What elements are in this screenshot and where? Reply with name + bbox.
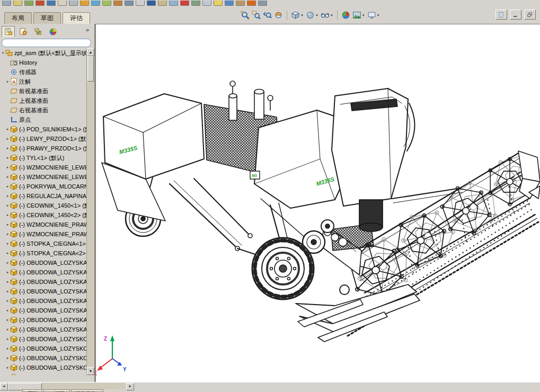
toolbar-icon-10[interactable] xyxy=(102,1,111,6)
doc-switch-button[interactable] xyxy=(495,10,507,20)
toolbar-icon-13[interactable] xyxy=(136,1,145,6)
view-settings-button[interactable]: ▼ xyxy=(366,10,381,21)
tree-item-16[interactable]: ▸(-) REGULACJA_NAPINACZA xyxy=(0,191,87,201)
zoom-fit-button[interactable] xyxy=(240,10,251,21)
tree-item-15[interactable]: ▸(-) POKRYWA_MLOCARNI<1> xyxy=(0,182,87,191)
tree-item-13[interactable]: ▸(-) WZMOCNIENIE_LEWE<1> xyxy=(0,163,87,172)
document-tab-2[interactable]: 3D视图 xyxy=(43,389,70,392)
panel-overflow-button[interactable]: » xyxy=(86,26,89,33)
tree-item-33[interactable]: ▸(-) OBUDOWA_LOZYSKO_FI_ xyxy=(0,353,87,363)
expander-icon[interactable]: ▸ xyxy=(5,184,10,189)
expander-icon[interactable]: ▸ xyxy=(5,213,10,217)
toolbar-icon-21[interactable] xyxy=(225,1,234,6)
commandmanager-tab-1[interactable]: 布局 xyxy=(4,12,32,24)
dropdown-caret-icon[interactable]: ▼ xyxy=(377,14,380,17)
toolbar-icon-12[interactable] xyxy=(125,1,134,6)
toolbar-icon-22[interactable] xyxy=(236,1,245,6)
expander-icon[interactable]: ▸ xyxy=(5,156,10,160)
minimize-button[interactable] xyxy=(510,10,521,20)
toolbar-icon-1[interactable] xyxy=(2,1,11,6)
displaymanager-tab[interactable] xyxy=(46,26,59,37)
scroll-left-icon[interactable]: ◄ xyxy=(0,383,8,390)
featuremanager-tab[interactable] xyxy=(2,26,15,37)
tree-horizontal-scrollbar[interactable]: ◄ ► xyxy=(0,383,134,389)
toolbar-icon-17[interactable] xyxy=(180,1,189,6)
toolbar-icon-16[interactable] xyxy=(169,1,178,6)
expander-icon[interactable]: ▸ xyxy=(5,127,10,131)
tree-item-9[interactable]: ▸(-) POD_SILNIKIEM<1> (默 xyxy=(0,124,87,134)
tree-item-27[interactable]: ▸(-) OBUDOWA_LOZYSKA_OTW xyxy=(0,296,87,306)
toolbar-icon-6[interactable] xyxy=(58,1,67,6)
expander-icon[interactable]: ▸ xyxy=(5,299,10,303)
expander-icon[interactable]: ▸ xyxy=(5,327,10,332)
edit-appearance-button[interactable] xyxy=(340,10,351,21)
tree-item-19[interactable]: ▸(-) WZMOCNIENIE_PRAWE_S xyxy=(0,220,87,229)
model-canvas[interactable]: M335S M3 M335S xyxy=(95,24,540,382)
tree-item-6[interactable]: 上视基准面 xyxy=(0,96,87,105)
tree-item-30[interactable]: ▸(-) OBUDOWA_LOZYSKA_OTW xyxy=(0,325,87,334)
document-tab-1[interactable]: 模型 xyxy=(22,389,42,392)
document-tab-3[interactable]: 运动算例1 xyxy=(71,389,103,392)
toolbar-icon-11[interactable] xyxy=(113,1,122,6)
tree-item-12[interactable]: ▸(-) TYL<1> (默认) xyxy=(0,153,87,163)
tree-item-10[interactable]: ▸(-) LEWY_PRZOD<1> (默认 xyxy=(0,134,87,144)
tree-item-3[interactable]: 传感器 xyxy=(0,67,87,77)
tree-item-34[interactable]: ▸(-) OBUDOWA_LOZYSKO_FI_ xyxy=(0,363,87,372)
toolbar-icon-23[interactable] xyxy=(247,1,256,6)
commandmanager-tab-2[interactable]: 草图 xyxy=(33,12,61,24)
expander-icon[interactable]: ▸ xyxy=(5,175,10,179)
toolbar-icon-24[interactable] xyxy=(258,1,267,6)
tree-item-25[interactable]: ▸(-) OBUDOWA_LOZYSKA_OTW xyxy=(0,277,87,287)
tree-vertical-scrollbar[interactable]: ▲ ▼ xyxy=(86,48,94,375)
expander-icon[interactable]: ▸ xyxy=(5,270,10,274)
tree-item-17[interactable]: ▸(-) CEOWNIK_1450<1> (默 xyxy=(0,201,87,210)
expander-icon[interactable]: ▸ xyxy=(5,194,10,198)
expander-icon[interactable]: ▸ xyxy=(5,308,10,313)
toolbar-icon-2[interactable] xyxy=(13,1,22,6)
expander-icon[interactable]: ▸ xyxy=(5,137,10,141)
expander-icon[interactable]: ▸ xyxy=(5,366,10,370)
scroll-down-icon[interactable]: ▼ xyxy=(87,367,94,375)
scroll-up-icon[interactable]: ▲ xyxy=(87,48,94,56)
expander-icon[interactable]: ▸ xyxy=(5,146,10,150)
tree-item-4[interactable]: ▸A注解 xyxy=(0,77,87,86)
tree-item-2[interactable]: History xyxy=(0,58,87,67)
expander-icon[interactable]: ▸ xyxy=(5,242,10,246)
dropdown-caret-icon[interactable]: ▼ xyxy=(330,14,333,17)
toolbar-icon-9[interactable] xyxy=(91,1,100,6)
tree-item-24[interactable]: ▸(-) OBUDOWA_LOZYSKA_OTW xyxy=(0,268,87,277)
toolbar-icon-4[interactable] xyxy=(36,1,45,6)
tree-item-32[interactable]: ▸(-) OBUDOWA_LOZYSKO_FI_ xyxy=(0,344,87,353)
section-view-button[interactable] xyxy=(273,10,284,21)
toolbar-icon-8[interactable] xyxy=(80,1,89,6)
propertymanager-tab[interactable] xyxy=(16,26,30,37)
expander-icon[interactable]: ▸ xyxy=(5,346,10,351)
tree-item-1[interactable]: ▾zpt_asm (默认<默认_显示状 xyxy=(0,48,87,58)
toolbar-icon-19[interactable] xyxy=(202,1,211,6)
tree-item-20[interactable]: ▸(-) WZMOCNIENIE_PRAWE_A xyxy=(0,229,87,239)
tree-item-28[interactable]: ▸(-) OBUDOWA_LOZYSKA_OTW xyxy=(0,306,87,315)
tree-item-7[interactable]: 右视基准面 xyxy=(0,105,87,115)
tree-item-31[interactable]: ▸(-) OBUDOWA_LOZYSKO_FI_ xyxy=(0,334,87,344)
zoom-area-button[interactable] xyxy=(251,10,262,21)
expander-icon[interactable]: ▸ xyxy=(5,222,10,227)
expander-icon[interactable]: ▸ xyxy=(5,251,10,255)
expander-icon[interactable]: ▸ xyxy=(5,356,10,360)
tree-item-14[interactable]: ▸(-) WZMOCNIENIE_LEWE_SR xyxy=(0,172,87,182)
dropdown-caret-icon[interactable]: ▼ xyxy=(315,14,318,17)
tree-item-18[interactable]: ▸(-) CEOWNIK_1450<2> (默 xyxy=(0,210,87,220)
tree-item-22[interactable]: ▸(-) STOPKA_CIEGNA<2> (默 xyxy=(0,248,87,258)
expander-icon[interactable]: ▸ xyxy=(5,337,10,341)
expander-icon[interactable]: ▸ xyxy=(5,232,10,236)
graphics-viewport[interactable]: M335S M3 M335S xyxy=(95,24,540,382)
expander-icon[interactable]: ▸ xyxy=(5,203,10,208)
expander-icon[interactable]: ▸ xyxy=(5,318,10,322)
tree-item-23[interactable]: ▸(-) OBUDOWA_LOZYSKA_ZAM xyxy=(0,258,87,268)
commandmanager-tab-3[interactable]: 评估 xyxy=(63,12,90,24)
toolbar-icon-14[interactable] xyxy=(147,1,156,6)
configurationmanager-tab[interactable] xyxy=(31,26,45,37)
hide-show-items-button[interactable]: ▼ xyxy=(320,10,334,21)
dropdown-caret-icon[interactable]: ▼ xyxy=(300,14,304,17)
toolbar-icon-3[interactable] xyxy=(24,1,33,6)
tree-item-35[interactable]: ▸(-) OBUDOWA_LOZYSKO_FI_ xyxy=(0,372,87,375)
